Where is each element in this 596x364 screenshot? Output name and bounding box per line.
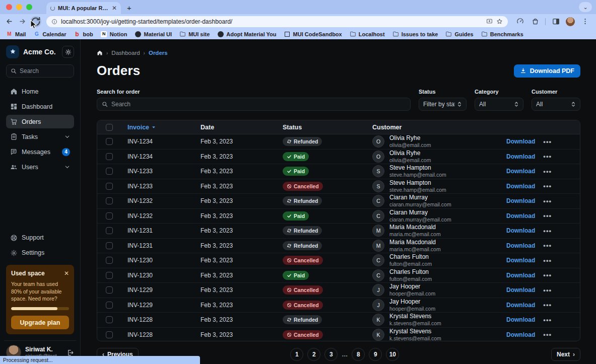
row-menu-icon[interactable]: ••• (543, 227, 552, 235)
theme-toggle-button[interactable] (62, 46, 74, 58)
site-info-icon[interactable] (51, 19, 57, 25)
column-header-status[interactable]: Status (277, 124, 366, 131)
row-download-link[interactable]: Download (506, 316, 535, 323)
row-menu-icon[interactable]: ••• (543, 138, 552, 145)
row-checkbox[interactable] (106, 316, 113, 323)
bookmark-item[interactable]: Material UI (135, 31, 172, 37)
extensions-icon[interactable] (530, 17, 540, 27)
row-checkbox[interactable] (106, 242, 113, 249)
row-download-link[interactable]: Download (506, 197, 535, 204)
side-panel-icon[interactable] (551, 17, 561, 27)
brand-logo-icon[interactable] (6, 45, 19, 58)
minimize-window-button[interactable] (16, 4, 22, 10)
close-icon[interactable]: ✕ (64, 270, 69, 276)
install-app-icon[interactable] (486, 18, 493, 25)
row-menu-icon[interactable]: ••• (543, 316, 552, 324)
upgrade-plan-button[interactable]: Upgrade plan (11, 316, 69, 329)
bookmark-item[interactable]: Issues to take (392, 31, 438, 37)
row-menu-icon[interactable]: ••• (543, 153, 552, 160)
logout-icon[interactable] (67, 349, 74, 356)
row-checkbox[interactable] (106, 286, 113, 294)
performance-gauge-icon[interactable] (515, 17, 525, 27)
column-header-invoice[interactable]: Invoice (121, 124, 194, 131)
row-download-link[interactable]: Download (506, 138, 535, 145)
row-menu-icon[interactable]: ••• (543, 257, 552, 264)
row-checkbox[interactable] (106, 331, 113, 338)
reload-icon[interactable] (30, 16, 41, 27)
sidebar-nav-item[interactable]: Orders (6, 115, 74, 128)
browser-menu-icon[interactable] (580, 17, 590, 27)
page-number-button[interactable]: 8 (352, 348, 365, 361)
row-menu-icon[interactable]: ••• (543, 301, 552, 309)
bookmark-item[interactable]: N Notion (101, 31, 127, 37)
url-text[interactable]: localhost:3000/joy-ui/getting-started/te… (61, 18, 483, 25)
row-download-link[interactable]: Download (506, 302, 535, 309)
column-header-customer[interactable]: Customer (366, 124, 500, 131)
row-checkbox[interactable] (106, 212, 113, 220)
column-header-date[interactable]: Date (194, 124, 277, 131)
tab-overflow-chevron-icon[interactable]: ⌄ (579, 2, 592, 12)
row-download-link[interactable]: Download (506, 286, 535, 294)
row-menu-icon[interactable]: ••• (543, 212, 552, 220)
row-menu-icon[interactable]: ••• (543, 168, 552, 175)
page-number-button[interactable]: 9 (369, 348, 382, 361)
row-checkbox[interactable] (106, 272, 113, 279)
bookmark-star-icon[interactable] (496, 18, 503, 25)
sidebar-footer-item[interactable]: Support (6, 231, 74, 245)
row-checkbox[interactable] (106, 302, 113, 309)
browser-profile-avatar[interactable] (566, 17, 575, 26)
row-checkbox[interactable] (106, 227, 113, 234)
sidebar-nav-item[interactable]: Users (6, 160, 74, 174)
download-pdf-button[interactable]: Download PDF (514, 64, 580, 78)
close-window-button[interactable] (6, 4, 12, 10)
browser-tab[interactable]: MUI: A popular React UI fram ✕ (46, 2, 121, 14)
row-menu-icon[interactable]: ••• (543, 182, 552, 190)
row-download-link[interactable]: Download (506, 168, 535, 175)
bookmark-item[interactable]: G Calendar (33, 31, 66, 37)
tab-close-icon[interactable]: ✕ (112, 5, 117, 11)
home-icon[interactable] (97, 50, 103, 56)
bookmark-item[interactable]: Guides (445, 31, 473, 37)
page-number-button[interactable]: 1 (290, 348, 303, 361)
row-menu-icon[interactable]: ••• (543, 331, 552, 338)
bookmark-item[interactable]: MUI CodeSandbox (284, 31, 342, 37)
sidebar-nav-item[interactable]: Dashboard (6, 100, 74, 113)
bookmark-item[interactable]: Localhost (350, 31, 385, 37)
new-tab-button[interactable]: + (127, 4, 131, 12)
bookmark-item[interactable]: Benchmarks (481, 31, 523, 37)
row-menu-icon[interactable]: ••• (543, 286, 552, 294)
row-download-link[interactable]: Download (506, 257, 535, 264)
page-number-button[interactable]: 2 (307, 348, 320, 361)
row-download-link[interactable]: Download (506, 331, 535, 338)
order-search-input[interactable]: Search (97, 98, 411, 111)
maximize-window-button[interactable] (26, 4, 32, 10)
row-checkbox[interactable] (106, 257, 113, 264)
row-download-link[interactable]: Download (506, 183, 535, 190)
row-download-link[interactable]: Download (506, 227, 535, 234)
sidebar-search-input[interactable]: Search (6, 64, 74, 78)
bookmark-item[interactable]: b bob (74, 31, 93, 37)
row-checkbox[interactable] (106, 183, 113, 190)
row-menu-icon[interactable]: ••• (543, 197, 552, 205)
row-download-link[interactable]: Download (506, 272, 535, 279)
category-filter-select[interactable]: All (475, 98, 523, 111)
sidebar-nav-item[interactable]: Home (6, 85, 74, 98)
page-number-button[interactable]: 10 (386, 348, 399, 361)
row-download-link[interactable]: Download (506, 153, 535, 160)
bookmark-item[interactable]: Adopt Material You (217, 31, 276, 37)
page-number-button[interactable]: 3 (324, 348, 338, 361)
row-download-link[interactable]: Download (506, 212, 535, 220)
customer-filter-select[interactable]: All (532, 98, 580, 111)
page-number-button[interactable]: … (342, 348, 348, 361)
address-bar[interactable]: localhost:3000/joy-ui/getting-started/te… (46, 16, 508, 27)
row-download-link[interactable]: Download (506, 242, 535, 249)
breadcrumb-dashboard[interactable]: Dashboard (111, 50, 140, 56)
row-checkbox[interactable] (106, 138, 113, 145)
row-checkbox[interactable] (106, 197, 113, 204)
next-page-button[interactable]: Next › (551, 348, 580, 361)
sidebar-nav-item[interactable]: Tasks (6, 130, 74, 143)
bookmark-item[interactable]: MUI site (179, 31, 210, 37)
row-checkbox[interactable] (106, 153, 113, 160)
sidebar-footer-item[interactable]: Settings (6, 246, 74, 260)
bookmark-item[interactable]: M Mail (6, 31, 26, 37)
